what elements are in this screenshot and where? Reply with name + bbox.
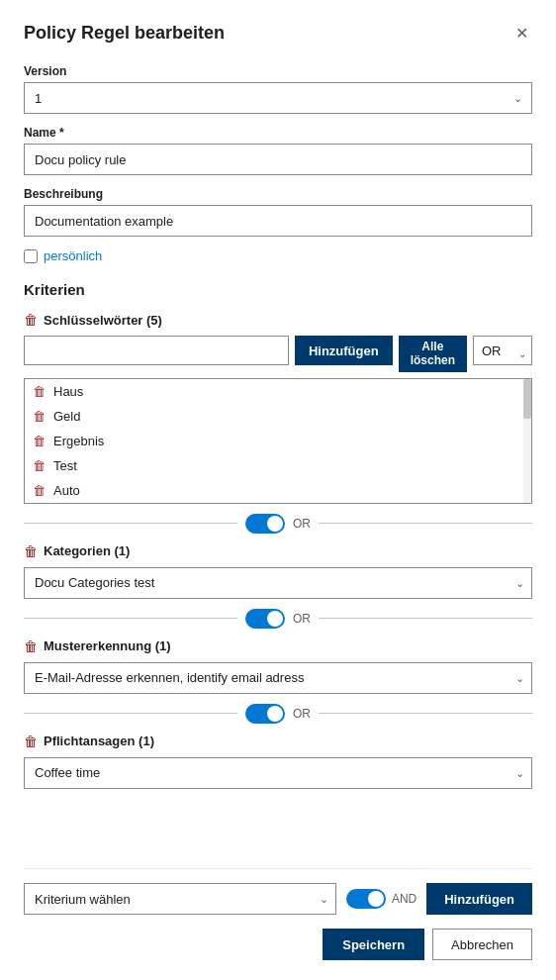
keyword-delete-icon[interactable]: 🗑 <box>33 409 46 424</box>
keywords-list-inner: 🗑 Haus 🗑 Geld 🗑 Ergebnis 🗑 Test <box>25 379 531 503</box>
save-button[interactable]: Speichern <box>323 929 424 960</box>
keyword-text: Geld <box>53 409 80 424</box>
or-toggle-1[interactable] <box>245 514 285 534</box>
keywords-or-select[interactable]: OR AND <box>473 336 532 365</box>
keyword-text: Haus <box>53 384 83 399</box>
list-item: 🗑 Haus <box>25 379 531 404</box>
name-field-group: Name <box>24 126 532 175</box>
personal-checkbox-row: persönlich <box>24 248 532 263</box>
divider-line <box>319 523 532 524</box>
dialog: Policy Regel bearbeiten ✕ Version 1 ⌄ Na… <box>0 0 556 980</box>
version-label: Version <box>24 64 532 78</box>
or-divider-1: OR <box>24 514 532 534</box>
mandatory-block-title: Pflichtansagen (1) <box>44 734 154 748</box>
scrollbar-thumb[interactable] <box>523 379 531 419</box>
keyword-delete-icon[interactable]: 🗑 <box>33 384 46 399</box>
mandatory-block-header: 🗑 Pflichtansagen (1) <box>24 734 532 749</box>
version-field-group: Version 1 ⌄ <box>24 64 532 114</box>
or-label-3: OR <box>293 707 311 721</box>
keyword-delete-icon[interactable]: 🗑 <box>33 458 46 473</box>
divider-line <box>24 618 237 619</box>
keywords-block-title: Schlüsselwörter (5) <box>44 313 162 328</box>
description-input[interactable] <box>24 205 532 237</box>
pattern-delete-icon[interactable]: 🗑 <box>24 638 38 654</box>
toggle-slider-3 <box>245 704 285 724</box>
list-item: 🗑 Geld <box>25 404 531 429</box>
and-toggle-slider <box>346 889 386 909</box>
or-label-1: OR <box>293 517 311 531</box>
scrollbar-track <box>523 379 531 503</box>
criterion-select[interactable]: Kriterium wählen <box>24 883 336 915</box>
footer-bar: Kriterium wählen ⌄ AND Hinzufügen Speich… <box>24 868 532 960</box>
categories-block-title: Kategorien (1) <box>44 543 130 558</box>
or-toggle-2[interactable] <box>245 609 285 629</box>
and-label: AND <box>392 892 417 906</box>
pattern-block: 🗑 Mustererkennung (1) E-Mail-Adresse erk… <box>24 638 532 694</box>
categories-block-header: 🗑 Kategorien (1) <box>24 543 532 559</box>
name-label: Name <box>24 126 532 140</box>
divider-line <box>319 618 532 619</box>
criteria-section-title: Kriterien <box>24 281 532 298</box>
pattern-select[interactable]: E-Mail-Adresse erkennen, identify email … <box>24 662 532 694</box>
description-field-group: Beschreibung <box>24 187 532 237</box>
mandatory-delete-icon[interactable]: 🗑 <box>24 734 38 749</box>
criteria-section: Kriterien 🗑 Schlüsselwörter (5) Hinzufüg… <box>24 281 532 852</box>
or-toggle-3[interactable] <box>245 704 285 724</box>
toggle-slider-1 <box>245 514 285 534</box>
keyword-text: Ergebnis <box>53 434 104 448</box>
mandatory-select[interactable]: Coffee time <box>24 757 532 789</box>
categories-delete-icon[interactable]: 🗑 <box>24 543 38 559</box>
personal-label[interactable]: persönlich <box>44 248 102 263</box>
keyword-search-input[interactable] <box>24 336 289 365</box>
dialog-title: Policy Regel bearbeiten <box>24 23 225 44</box>
keywords-list-outer: 🗑 Haus 🗑 Geld 🗑 Ergebnis 🗑 Test <box>24 378 532 504</box>
mandatory-block: 🗑 Pflichtansagen (1) Coffee time ⌄ <box>24 734 532 789</box>
cancel-button[interactable]: Abbrechen <box>432 929 532 960</box>
keyword-delete-icon[interactable]: 🗑 <box>33 434 46 448</box>
mandatory-select-wrapper: Coffee time ⌄ <box>24 757 532 789</box>
close-icon: ✕ <box>515 24 528 43</box>
or-divider-2: OR <box>24 609 532 629</box>
list-item: 🗑 Auto <box>25 478 531 503</box>
or-divider-3: OR <box>24 704 532 724</box>
version-select[interactable]: 1 <box>24 82 532 114</box>
footer-actions: Speichern Abbrechen <box>24 929 532 960</box>
keywords-block-header: 🗑 Schlüsselwörter (5) <box>24 312 532 328</box>
keyword-text: Test <box>53 458 77 473</box>
description-label: Beschreibung <box>24 187 532 201</box>
keyword-delete-icon[interactable]: 🗑 <box>33 483 46 498</box>
keyword-text: Auto <box>53 483 80 498</box>
keywords-block: 🗑 Schlüsselwörter (5) Hinzufügen Alle lö… <box>24 312 532 504</box>
and-toggle-row: AND <box>346 889 417 909</box>
divider-line <box>319 713 532 714</box>
criterion-select-wrapper: Kriterium wählen ⌄ <box>24 883 336 915</box>
divider-line <box>24 713 237 714</box>
or-label-2: OR <box>293 612 311 626</box>
personal-checkbox[interactable] <box>24 249 38 263</box>
footer-top-row: Kriterium wählen ⌄ AND Hinzufügen <box>24 883 532 915</box>
keywords-or-select-wrapper: OR AND ⌄ <box>473 336 532 372</box>
list-item: 🗑 Ergebnis <box>25 429 531 453</box>
categories-block: 🗑 Kategorien (1) Docu Categories test ⌄ <box>24 543 532 599</box>
categories-select[interactable]: Docu Categories test <box>24 567 532 599</box>
toggle-slider-2 <box>245 609 285 629</box>
keywords-add-button[interactable]: Hinzufügen <box>295 336 393 365</box>
divider-line <box>24 523 237 524</box>
keywords-clear-all-button[interactable]: Alle löschen <box>399 336 467 372</box>
pattern-select-wrapper: E-Mail-Adresse erkennen, identify email … <box>24 662 532 694</box>
version-select-wrapper: 1 ⌄ <box>24 82 532 114</box>
categories-select-wrapper: Docu Categories test ⌄ <box>24 567 532 599</box>
pattern-block-header: 🗑 Mustererkennung (1) <box>24 638 532 654</box>
dialog-header: Policy Regel bearbeiten ✕ <box>24 20 532 47</box>
footer-add-button[interactable]: Hinzufügen <box>426 883 532 915</box>
keywords-delete-icon[interactable]: 🗑 <box>24 312 38 328</box>
and-toggle[interactable] <box>346 889 386 909</box>
list-item: 🗑 Test <box>25 453 531 478</box>
name-input[interactable] <box>24 144 532 175</box>
keywords-input-row: Hinzufügen Alle löschen OR AND ⌄ <box>24 336 532 372</box>
pattern-block-title: Mustererkennung (1) <box>44 638 171 653</box>
close-button[interactable]: ✕ <box>511 20 532 47</box>
